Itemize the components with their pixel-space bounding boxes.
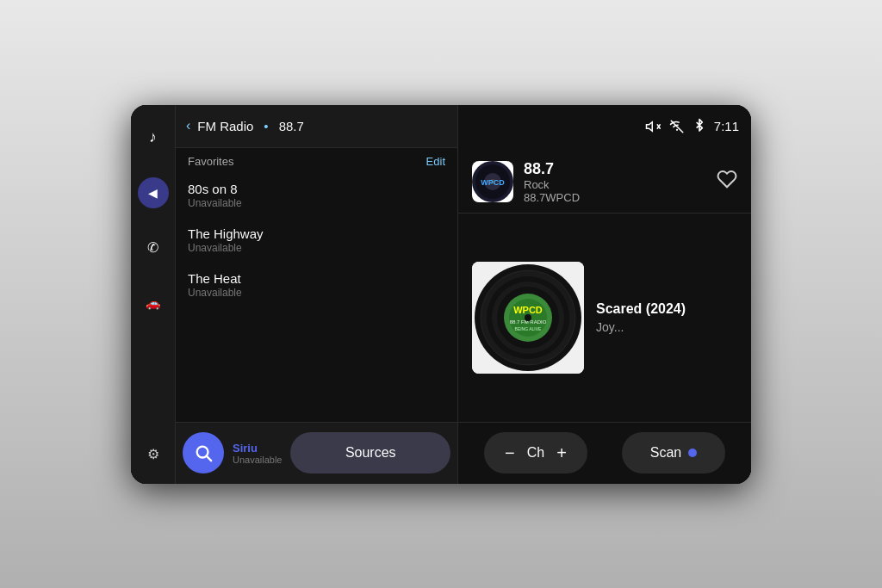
header-title: FM Radio (197, 119, 253, 133)
sources-button[interactable]: Sources (290, 432, 450, 473)
right-panel: 7:11 WPCD 88.7 (458, 105, 751, 484)
station-item-highway[interactable]: The Highway Unavailable (179, 218, 454, 263)
header-dot: • (264, 119, 268, 133)
wpcd-logo-small-svg: WPCD (472, 161, 513, 202)
bottom-bar: Siriu Unavailable Sources (176, 422, 457, 484)
controls-bar: − Ch + Scan (458, 422, 751, 484)
sidebar-item-music[interactable]: ♪ (138, 122, 169, 153)
now-playing-top: WPCD 88.7 Rock 88.7WPCD (458, 148, 751, 214)
np-genre: Rock (524, 178, 706, 191)
scan-label: Scan (650, 445, 681, 461)
now-playing-main: WPCD 88.7 FM RADIO BEING ALIVE Scared (2… (458, 214, 751, 422)
infotainment-screen: ♪ ◀ ✆ 🚗 ⚙ (131, 105, 751, 484)
station-logo-small: WPCD (472, 161, 513, 202)
scan-button[interactable]: Scan (622, 432, 725, 473)
track-info: Scared (2024) Joy... (596, 301, 737, 334)
station-status: Unavailable (188, 242, 445, 254)
sidebar: ♪ ◀ ✆ 🚗 ⚙ (131, 105, 176, 484)
sidebar-item-navigation[interactable]: ◀ (138, 177, 169, 208)
station-name: The Highway (188, 226, 445, 241)
search-icon (194, 443, 213, 462)
album-art: WPCD 88.7 FM RADIO BEING ALIVE (472, 262, 584, 374)
ch-minus-button[interactable]: − (500, 443, 520, 463)
header-left: ‹ FM Radio • 88.7 (186, 118, 304, 133)
scan-indicator (688, 449, 697, 457)
sirius-text: Siriu (233, 442, 282, 455)
svg-point-4 (676, 128, 678, 130)
sidebar-item-settings[interactable]: ⚙ (138, 439, 169, 470)
station-status: Unavailable (188, 287, 445, 299)
car-background: ♪ ◀ ✆ 🚗 ⚙ (0, 0, 882, 588)
wpcd-logo-large-svg: WPCD 88.7 FM RADIO BEING ALIVE (472, 262, 584, 374)
station-status: Unavailable (188, 197, 445, 209)
ch-label: Ch (527, 445, 544, 461)
sirius-unavail: Unavailable (233, 455, 282, 465)
station-item-heat[interactable]: The Heat Unavailable (179, 263, 454, 307)
nav-icon: ◀ (148, 186, 158, 200)
svg-point-22 (525, 314, 531, 321)
bluetooth-icon (693, 118, 705, 135)
svg-line-1 (207, 456, 212, 461)
main-left-content: ‹ FM Radio • 88.7 Favorites Edit (176, 105, 457, 484)
np-frequency: 88.7 (524, 160, 706, 178)
car-icon: 🚗 (146, 296, 160, 310)
status-time: 7:11 (714, 119, 739, 133)
np-callsign: 88.7WPCD (524, 191, 706, 204)
station-list: 80s on 8 Unavailable The Highway Unavail… (176, 173, 457, 422)
header-bar: ‹ FM Radio • 88.7 (176, 105, 457, 148)
header-frequency: 88.7 (279, 119, 304, 133)
svg-text:WPCD: WPCD (481, 178, 505, 187)
sidebar-item-phone[interactable]: ✆ (138, 232, 169, 263)
channel-control[interactable]: − Ch + (484, 432, 587, 473)
settings-icon: ⚙ (147, 446, 159, 462)
heart-icon (717, 169, 737, 189)
left-panel: ♪ ◀ ✆ 🚗 ⚙ (131, 105, 458, 484)
wifi-off-icon (669, 119, 685, 134)
svg-text:BEING ALIVE: BEING ALIVE (515, 326, 543, 331)
ch-plus-button[interactable]: + (551, 443, 572, 463)
track-artist: Joy... (596, 320, 737, 334)
sources-label: Sources (345, 445, 396, 461)
svg-text:WPCD: WPCD (513, 305, 543, 315)
station-item-80s[interactable]: 80s on 8 Unavailable (179, 173, 454, 218)
phone-icon: ✆ (147, 239, 158, 256)
sirius-preview: Siriu Unavailable (233, 442, 282, 465)
now-playing-info: 88.7 Rock 88.7WPCD (524, 160, 706, 204)
edit-button[interactable]: Edit (426, 155, 445, 168)
station-name: The Heat (188, 271, 445, 286)
station-name: 80s on 8 (188, 182, 445, 196)
back-button[interactable]: ‹ (186, 118, 190, 133)
sidebar-item-car[interactable]: 🚗 (138, 288, 169, 319)
mute-icon (645, 119, 661, 134)
music-icon: ♪ (149, 128, 157, 146)
favorites-label: Favorites (188, 155, 233, 168)
status-bar: 7:11 (458, 105, 751, 148)
favorites-row: Favorites Edit (176, 148, 457, 173)
favorite-heart-button[interactable] (717, 169, 737, 195)
track-title: Scared (2024) (596, 301, 737, 317)
search-button[interactable] (183, 432, 224, 473)
